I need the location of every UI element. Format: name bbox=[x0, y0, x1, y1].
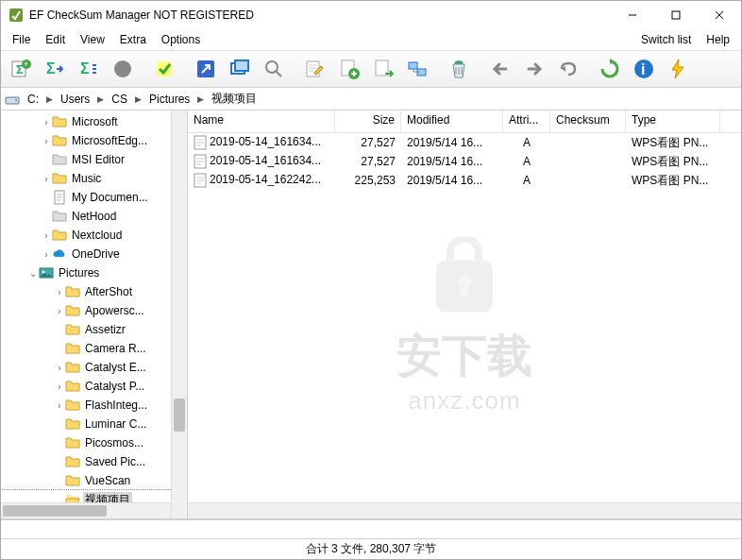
expander-icon[interactable]: ⌄ bbox=[27, 268, 39, 279]
export-doc-icon[interactable] bbox=[367, 53, 399, 85]
menu-switch-list[interactable]: Switch list bbox=[633, 31, 699, 48]
tree-item[interactable]: ›MicrosoftEdg... bbox=[1, 131, 187, 150]
maximize-button[interactable] bbox=[654, 1, 698, 29]
minimize-button[interactable] bbox=[611, 1, 654, 29]
folder-tree[interactable]: ›Microsoft›MicrosoftEdg...MSI Editor›Mus… bbox=[1, 110, 188, 518]
menu-extra[interactable]: Extra bbox=[112, 31, 154, 48]
file-row[interactable]: 2019-05-14_161634...27,5272019/5/14 16..… bbox=[188, 133, 741, 152]
tree-item[interactable]: VueScan bbox=[1, 471, 187, 490]
tree-item[interactable]: NetHood bbox=[1, 207, 187, 226]
drive-icon[interactable] bbox=[5, 92, 20, 107]
expander-icon[interactable]: › bbox=[54, 400, 65, 411]
crumb-c[interactable]: C: bbox=[24, 92, 42, 107]
expander-icon[interactable]: › bbox=[41, 249, 52, 260]
expander-icon[interactable]: › bbox=[41, 136, 52, 146]
folder-icon bbox=[65, 473, 80, 488]
toolbar: Σ+ Σ Σ i bbox=[1, 50, 741, 88]
recycle-bin-icon[interactable] bbox=[443, 53, 475, 85]
col-checksum[interactable]: Checksum bbox=[550, 110, 626, 132]
sigma-right-icon[interactable]: Σ bbox=[39, 53, 71, 85]
file-list-header[interactable]: Name Size Modified Attri... Checksum Typ… bbox=[188, 110, 741, 133]
expander-icon[interactable]: › bbox=[41, 117, 52, 127]
back-icon[interactable] bbox=[484, 53, 516, 85]
svg-text:Σ: Σ bbox=[80, 60, 90, 76]
tree-hscrollbar[interactable] bbox=[1, 502, 171, 518]
expander-icon[interactable]: › bbox=[54, 306, 65, 316]
refresh-icon[interactable] bbox=[594, 53, 626, 85]
tree-item-label: Nextcloud bbox=[70, 229, 124, 242]
tree-item[interactable]: ›Microsoft bbox=[1, 112, 187, 131]
info-icon[interactable]: i bbox=[628, 53, 660, 85]
col-modified[interactable]: Modified bbox=[401, 110, 503, 132]
tree-item[interactable]: ›Apowersc... bbox=[1, 301, 187, 320]
tree-item[interactable]: ⌄Pictures bbox=[1, 263, 187, 282]
forward-icon[interactable] bbox=[518, 53, 550, 85]
tree-item-label: MicrosoftEdg... bbox=[70, 134, 149, 147]
breadcrumb-bar: C:▶ Users▶ CS▶ Pictures▶ 视频项目 bbox=[1, 88, 741, 110]
folder-icon bbox=[65, 360, 80, 375]
main-area: ›Microsoft›MicrosoftEdg...MSI Editor›Mus… bbox=[1, 110, 741, 519]
tree-item[interactable]: Saved Pic... bbox=[1, 452, 187, 471]
sigma-arrows-icon[interactable]: Σ bbox=[73, 53, 105, 85]
record-icon[interactable] bbox=[107, 53, 139, 85]
tree-item[interactable]: MSI Editor bbox=[1, 150, 187, 169]
menu-help[interactable]: Help bbox=[699, 31, 737, 48]
tree-item[interactable]: ›Nextcloud bbox=[1, 226, 187, 245]
shortcut-icon[interactable] bbox=[190, 53, 222, 85]
folder-icon bbox=[65, 398, 80, 413]
tree-item[interactable]: ›OneDrive bbox=[1, 245, 187, 263]
new-checksum-icon[interactable]: Σ+ bbox=[5, 53, 37, 85]
tree-vscrollbar[interactable] bbox=[171, 110, 187, 518]
tree-item[interactable]: My Documen... bbox=[1, 188, 187, 207]
file-list-body[interactable]: 安下载 anxz.com 2019-05-14_161634...27,5272… bbox=[188, 133, 741, 518]
expander-icon[interactable]: › bbox=[54, 363, 65, 373]
edit-icon[interactable] bbox=[299, 53, 331, 85]
windows-icon[interactable] bbox=[224, 53, 256, 85]
tree-item[interactable]: ›FlashInteg... bbox=[1, 396, 187, 415]
undo-icon[interactable] bbox=[552, 53, 584, 85]
col-attri[interactable]: Attri... bbox=[503, 110, 550, 132]
menu-edit[interactable]: Edit bbox=[38, 31, 73, 48]
tree-item[interactable]: ›AfterShot bbox=[1, 282, 187, 301]
folder-icon bbox=[65, 435, 80, 450]
tree-item-label: OneDrive bbox=[70, 247, 122, 261]
check-icon[interactable] bbox=[148, 53, 180, 85]
tree-item[interactable]: Luminar C... bbox=[1, 415, 187, 433]
menu-view[interactable]: View bbox=[73, 31, 112, 48]
menubar: File Edit View Extra Options Switch list… bbox=[1, 29, 741, 50]
tree-item-label: Assetizr bbox=[83, 323, 127, 336]
menu-options[interactable]: Options bbox=[154, 31, 208, 48]
col-name[interactable]: Name bbox=[188, 110, 335, 132]
expander-icon[interactable]: › bbox=[54, 287, 65, 297]
expander-icon[interactable]: › bbox=[41, 230, 52, 241]
col-size[interactable]: Size bbox=[335, 110, 401, 132]
filelist-hscrollbar[interactable] bbox=[188, 502, 741, 518]
lower-bar bbox=[1, 519, 741, 538]
tree-item[interactable]: ›Catalyst P... bbox=[1, 377, 187, 396]
folder-icon bbox=[52, 114, 67, 129]
crumb-users[interactable]: Users bbox=[57, 92, 93, 107]
status-text: 合计 3 文件, 280,307 字节 bbox=[306, 541, 437, 557]
tree-item[interactable]: ›Catalyst E... bbox=[1, 358, 187, 377]
expander-icon[interactable]: › bbox=[54, 382, 65, 392]
app-icon bbox=[8, 8, 24, 23]
svg-rect-22 bbox=[409, 62, 417, 69]
col-type[interactable]: Type bbox=[626, 110, 720, 132]
crumb-cs[interactable]: CS bbox=[108, 92, 131, 107]
menu-file[interactable]: File bbox=[5, 31, 38, 48]
folder-icon bbox=[52, 133, 67, 148]
crumb-project[interactable]: 视频项目 bbox=[208, 90, 261, 108]
tree-item[interactable]: ›Music bbox=[1, 169, 187, 188]
file-row[interactable]: 2019-05-14_161634...27,5272019/5/14 16..… bbox=[188, 152, 741, 171]
network-icon[interactable] bbox=[401, 53, 433, 85]
tree-item[interactable]: Picosmos... bbox=[1, 433, 187, 452]
tree-item[interactable]: Assetizr bbox=[1, 320, 187, 339]
file-row[interactable]: 2019-05-14_162242...225,2532019/5/14 16.… bbox=[188, 171, 741, 190]
search-icon[interactable] bbox=[258, 53, 290, 85]
bolt-icon[interactable] bbox=[662, 53, 694, 85]
add-doc-icon[interactable] bbox=[333, 53, 365, 85]
tree-item[interactable]: Camera R... bbox=[1, 339, 187, 358]
close-button[interactable] bbox=[698, 1, 741, 29]
crumb-pictures[interactable]: Pictures bbox=[145, 92, 194, 107]
expander-icon[interactable]: › bbox=[41, 174, 52, 184]
